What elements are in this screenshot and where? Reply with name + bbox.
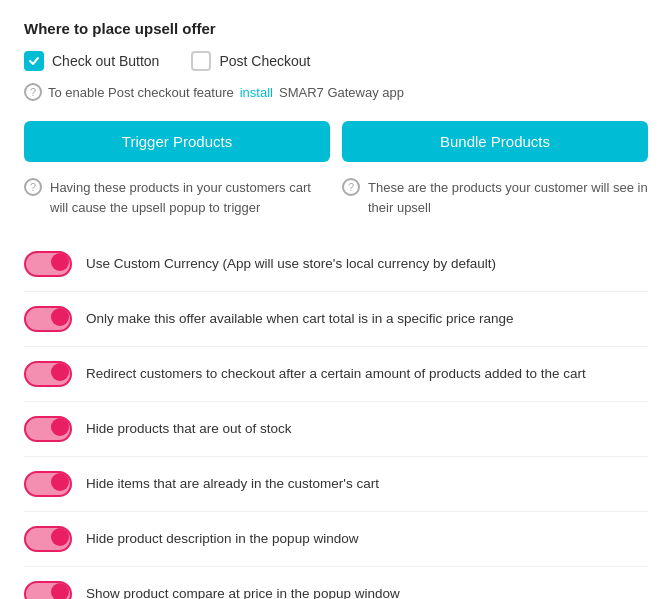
bundle-info-icon: ?: [342, 178, 360, 196]
toggle-row-custom-currency: Use Custom Currency (App will use store'…: [24, 241, 648, 287]
checkout-button-label: Check out Button: [52, 53, 159, 69]
toggle-row-hide-in-cart: Hide items that are already in the custo…: [24, 461, 648, 507]
toggle-hide-description[interactable]: [24, 526, 72, 552]
checkout-button-checkbox[interactable]: [24, 51, 44, 71]
toggle-thumb-show-compare-price: [51, 583, 69, 599]
toggle-label-show-compare-price: Show product compare at price in the pop…: [86, 585, 400, 599]
toggle-price-range[interactable]: [24, 306, 72, 332]
post-checkout-label: Post Checkout: [219, 53, 310, 69]
divider-2: [24, 401, 648, 402]
toggle-row-redirect-checkout: Redirect customers to checkout after a c…: [24, 351, 648, 397]
divider-4: [24, 511, 648, 512]
toggle-row-hide-description: Hide product description in the popup wi…: [24, 516, 648, 562]
divider-3: [24, 456, 648, 457]
placement-options-row: Check out Button Post Checkout: [24, 51, 648, 71]
trigger-info-icon: ?: [24, 178, 42, 196]
info-text: To enable Post checkout feature: [48, 85, 234, 100]
toggle-redirect-checkout[interactable]: [24, 361, 72, 387]
checkout-button-option[interactable]: Check out Button: [24, 51, 159, 71]
toggle-label-hide-description: Hide product description in the popup wi…: [86, 530, 358, 549]
post-checkout-option[interactable]: Post Checkout: [191, 51, 310, 71]
toggle-row-price-range: Only make this offer available when cart…: [24, 296, 648, 342]
info-icon: ?: [24, 83, 42, 101]
info-suffix: SMAR7 Gateway app: [279, 85, 404, 100]
toggle-label-hide-out-of-stock: Hide products that are out of stock: [86, 420, 292, 439]
check-icon: [28, 55, 40, 67]
tabs-row: Trigger Products Bundle Products: [24, 121, 648, 162]
toggle-thumb-hide-out-of-stock: [51, 418, 69, 436]
toggle-label-hide-in-cart: Hide items that are already in the custo…: [86, 475, 379, 494]
toggle-thumb-custom-currency: [51, 253, 69, 271]
trigger-desc-text: Having these products in your customers …: [50, 178, 330, 217]
post-checkout-checkbox[interactable]: [191, 51, 211, 71]
toggle-thumb-redirect-checkout: [51, 363, 69, 381]
toggle-thumb-hide-in-cart: [51, 473, 69, 491]
bundle-desc: ? These are the products your customer w…: [342, 178, 648, 217]
toggle-thumb-hide-description: [51, 528, 69, 546]
divider-5: [24, 566, 648, 567]
toggle-thumb-price-range: [51, 308, 69, 326]
toggle-hide-in-cart[interactable]: [24, 471, 72, 497]
toggle-row-show-compare-price: Show product compare at price in the pop…: [24, 571, 648, 599]
info-row: ? To enable Post checkout feature instal…: [24, 83, 648, 101]
bundle-products-tab[interactable]: Bundle Products: [342, 121, 648, 162]
toggle-row-hide-out-of-stock: Hide products that are out of stock: [24, 406, 648, 452]
toggle-hide-out-of-stock[interactable]: [24, 416, 72, 442]
toggle-list: Use Custom Currency (App will use store'…: [24, 241, 648, 599]
toggle-label-redirect-checkout: Redirect customers to checkout after a c…: [86, 365, 586, 384]
toggle-custom-currency[interactable]: [24, 251, 72, 277]
divider-1: [24, 346, 648, 347]
bundle-desc-text: These are the products your customer wil…: [368, 178, 648, 217]
divider-0: [24, 291, 648, 292]
trigger-desc: ? Having these products in your customer…: [24, 178, 330, 217]
toggle-label-price-range: Only make this offer available when cart…: [86, 310, 513, 329]
section-title: Where to place upsell offer: [24, 20, 648, 37]
toggle-show-compare-price[interactable]: [24, 581, 72, 599]
toggle-label-custom-currency: Use Custom Currency (App will use store'…: [86, 255, 496, 274]
trigger-products-tab[interactable]: Trigger Products: [24, 121, 330, 162]
tab-desc-row: ? Having these products in your customer…: [24, 178, 648, 217]
install-link[interactable]: install: [240, 85, 273, 100]
